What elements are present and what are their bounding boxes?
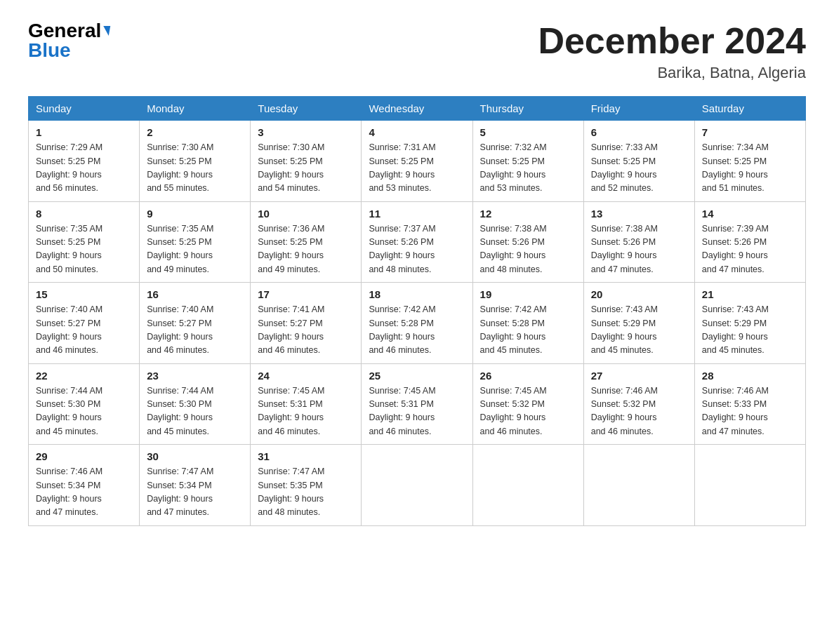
calendar-week-row: 29 Sunrise: 7:46 AMSunset: 5:34 PMDaylig… — [29, 445, 806, 526]
day-info: Sunrise: 7:30 AMSunset: 5:25 PMDaylight:… — [258, 141, 354, 196]
table-row: 6 Sunrise: 7:33 AMSunset: 5:25 PMDayligh… — [583, 121, 694, 202]
day-number: 9 — [147, 208, 243, 220]
day-number: 1 — [36, 126, 132, 138]
logo-blue-text: Blue — [28, 41, 71, 60]
table-row: 7 Sunrise: 7:34 AMSunset: 5:25 PMDayligh… — [694, 121, 805, 202]
day-info: Sunrise: 7:36 AMSunset: 5:25 PMDaylight:… — [258, 222, 354, 277]
table-row: 28 Sunrise: 7:46 AMSunset: 5:33 PMDaylig… — [694, 363, 805, 445]
day-info: Sunrise: 7:47 AMSunset: 5:34 PMDaylight:… — [147, 465, 243, 520]
col-thursday: Thursday — [472, 97, 583, 121]
table-row: 15 Sunrise: 7:40 AMSunset: 5:27 PMDaylig… — [29, 283, 140, 364]
logo-arrow-icon — [102, 26, 110, 36]
table-row: 8 Sunrise: 7:35 AMSunset: 5:25 PMDayligh… — [29, 201, 140, 283]
day-number: 24 — [258, 370, 354, 382]
table-row: 26 Sunrise: 7:45 AMSunset: 5:32 PMDaylig… — [472, 363, 583, 445]
day-info: Sunrise: 7:42 AMSunset: 5:28 PMDaylight:… — [369, 303, 465, 358]
calendar-week-row: 15 Sunrise: 7:40 AMSunset: 5:27 PMDaylig… — [29, 283, 806, 364]
day-info: Sunrise: 7:35 AMSunset: 5:25 PMDaylight:… — [147, 222, 243, 277]
day-info: Sunrise: 7:46 AMSunset: 5:32 PMDaylight:… — [591, 384, 687, 439]
day-info: Sunrise: 7:30 AMSunset: 5:25 PMDaylight:… — [147, 141, 243, 196]
table-row: 3 Sunrise: 7:30 AMSunset: 5:25 PMDayligh… — [251, 121, 362, 202]
table-row: 2 Sunrise: 7:30 AMSunset: 5:25 PMDayligh… — [140, 121, 251, 202]
location-subtitle: Barika, Batna, Algeria — [538, 64, 806, 82]
table-row: 30 Sunrise: 7:47 AMSunset: 5:34 PMDaylig… — [140, 445, 251, 526]
day-info: Sunrise: 7:33 AMSunset: 5:25 PMDaylight:… — [591, 141, 687, 196]
day-info: Sunrise: 7:32 AMSunset: 5:25 PMDaylight:… — [480, 141, 576, 196]
day-number: 7 — [702, 126, 798, 138]
day-number: 11 — [369, 208, 465, 220]
table-row: 16 Sunrise: 7:40 AMSunset: 5:27 PMDaylig… — [140, 283, 251, 364]
calendar-week-row: 8 Sunrise: 7:35 AMSunset: 5:25 PMDayligh… — [29, 201, 806, 283]
day-number: 28 — [702, 370, 798, 382]
logo: General Blue — [28, 21, 110, 60]
day-number: 27 — [591, 370, 687, 382]
day-info: Sunrise: 7:43 AMSunset: 5:29 PMDaylight:… — [591, 303, 687, 358]
day-info: Sunrise: 7:34 AMSunset: 5:25 PMDaylight:… — [702, 141, 798, 196]
col-tuesday: Tuesday — [251, 97, 362, 121]
table-row: 27 Sunrise: 7:46 AMSunset: 5:32 PMDaylig… — [583, 363, 694, 445]
day-number: 26 — [480, 370, 576, 382]
day-number: 14 — [702, 208, 798, 220]
col-monday: Monday — [140, 97, 251, 121]
table-row: 21 Sunrise: 7:43 AMSunset: 5:29 PMDaylig… — [694, 283, 805, 364]
day-number: 13 — [591, 208, 687, 220]
day-number: 19 — [480, 288, 576, 300]
calendar-table: Sunday Monday Tuesday Wednesday Thursday… — [28, 96, 806, 526]
table-row: 1 Sunrise: 7:29 AMSunset: 5:25 PMDayligh… — [29, 121, 140, 202]
table-row: 12 Sunrise: 7:38 AMSunset: 5:26 PMDaylig… — [472, 201, 583, 283]
table-row: 5 Sunrise: 7:32 AMSunset: 5:25 PMDayligh… — [472, 121, 583, 202]
day-info: Sunrise: 7:44 AMSunset: 5:30 PMDaylight:… — [36, 384, 132, 439]
day-number: 31 — [258, 450, 354, 462]
day-number: 17 — [258, 288, 354, 300]
day-info: Sunrise: 7:40 AMSunset: 5:27 PMDaylight:… — [147, 303, 243, 358]
day-info: Sunrise: 7:42 AMSunset: 5:28 PMDaylight:… — [480, 303, 576, 358]
day-number: 18 — [369, 288, 465, 300]
table-row — [694, 445, 805, 526]
calendar-week-row: 22 Sunrise: 7:44 AMSunset: 5:30 PMDaylig… — [29, 363, 806, 445]
month-year-title: December 2024 — [538, 21, 806, 61]
table-row: 31 Sunrise: 7:47 AMSunset: 5:35 PMDaylig… — [251, 445, 362, 526]
table-row: 14 Sunrise: 7:39 AMSunset: 5:26 PMDaylig… — [694, 201, 805, 283]
table-row: 25 Sunrise: 7:45 AMSunset: 5:31 PMDaylig… — [362, 363, 472, 445]
day-info: Sunrise: 7:31 AMSunset: 5:25 PMDaylight:… — [369, 141, 465, 196]
table-row: 9 Sunrise: 7:35 AMSunset: 5:25 PMDayligh… — [140, 201, 251, 283]
day-info: Sunrise: 7:38 AMSunset: 5:26 PMDaylight:… — [480, 222, 576, 277]
title-section: December 2024 Barika, Batna, Algeria — [538, 21, 806, 82]
day-info: Sunrise: 7:46 AMSunset: 5:33 PMDaylight:… — [702, 384, 798, 439]
calendar-header-row: Sunday Monday Tuesday Wednesday Thursday… — [29, 97, 806, 121]
table-row: 17 Sunrise: 7:41 AMSunset: 5:27 PMDaylig… — [251, 283, 362, 364]
day-number: 16 — [147, 288, 243, 300]
day-info: Sunrise: 7:39 AMSunset: 5:26 PMDaylight:… — [702, 222, 798, 277]
day-info: Sunrise: 7:41 AMSunset: 5:27 PMDaylight:… — [258, 303, 354, 358]
day-info: Sunrise: 7:40 AMSunset: 5:27 PMDaylight:… — [36, 303, 132, 358]
day-number: 3 — [258, 126, 354, 138]
table-row: 20 Sunrise: 7:43 AMSunset: 5:29 PMDaylig… — [583, 283, 694, 364]
table-row: 19 Sunrise: 7:42 AMSunset: 5:28 PMDaylig… — [472, 283, 583, 364]
day-info: Sunrise: 7:45 AMSunset: 5:31 PMDaylight:… — [369, 384, 465, 439]
day-info: Sunrise: 7:43 AMSunset: 5:29 PMDaylight:… — [702, 303, 798, 358]
day-info: Sunrise: 7:29 AMSunset: 5:25 PMDaylight:… — [36, 141, 132, 196]
day-number: 8 — [36, 208, 132, 220]
table-row — [362, 445, 472, 526]
day-number: 6 — [591, 126, 687, 138]
day-info: Sunrise: 7:47 AMSunset: 5:35 PMDaylight:… — [258, 465, 354, 520]
day-info: Sunrise: 7:44 AMSunset: 5:30 PMDaylight:… — [147, 384, 243, 439]
day-number: 21 — [702, 288, 798, 300]
table-row: 29 Sunrise: 7:46 AMSunset: 5:34 PMDaylig… — [29, 445, 140, 526]
table-row: 23 Sunrise: 7:44 AMSunset: 5:30 PMDaylig… — [140, 363, 251, 445]
table-row: 11 Sunrise: 7:37 AMSunset: 5:26 PMDaylig… — [362, 201, 472, 283]
day-number: 22 — [36, 370, 132, 382]
day-number: 30 — [147, 450, 243, 462]
day-number: 4 — [369, 126, 465, 138]
col-friday: Friday — [583, 97, 694, 121]
day-info: Sunrise: 7:45 AMSunset: 5:31 PMDaylight:… — [258, 384, 354, 439]
page-header: General Blue December 2024 Barika, Batna… — [28, 21, 806, 82]
table-row: 24 Sunrise: 7:45 AMSunset: 5:31 PMDaylig… — [251, 363, 362, 445]
day-number: 25 — [369, 370, 465, 382]
day-number: 23 — [147, 370, 243, 382]
day-info: Sunrise: 7:46 AMSunset: 5:34 PMDaylight:… — [36, 465, 132, 520]
day-number: 20 — [591, 288, 687, 300]
table-row: 4 Sunrise: 7:31 AMSunset: 5:25 PMDayligh… — [362, 121, 472, 202]
day-number: 2 — [147, 126, 243, 138]
table-row: 10 Sunrise: 7:36 AMSunset: 5:25 PMDaylig… — [251, 201, 362, 283]
